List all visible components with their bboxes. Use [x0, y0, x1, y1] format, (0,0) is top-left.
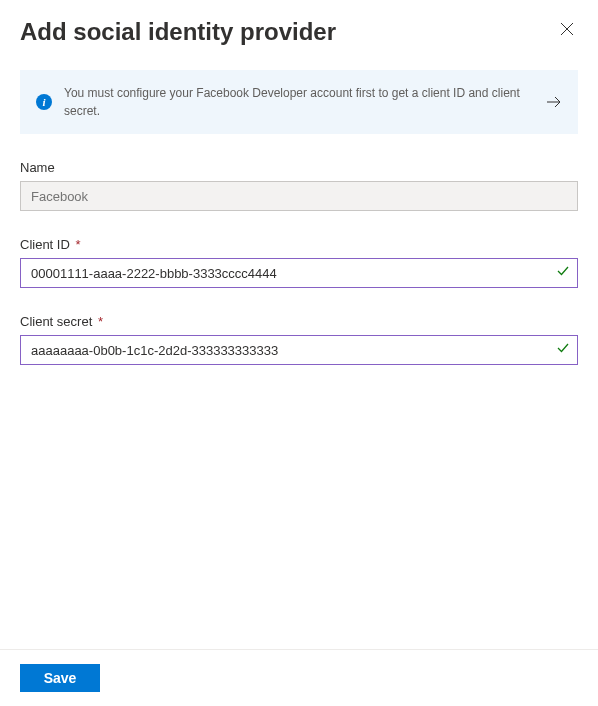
required-marker: * — [75, 237, 80, 252]
info-message: You must configure your Facebook Develop… — [64, 84, 534, 120]
footer: Save — [0, 649, 598, 706]
client-id-label: Client ID * — [20, 237, 578, 252]
close-button[interactable] — [556, 18, 578, 40]
client-secret-input[interactable] — [20, 335, 578, 365]
client-id-input[interactable] — [20, 258, 578, 288]
name-label: Name — [20, 160, 578, 175]
info-banner: i You must configure your Facebook Devel… — [20, 70, 578, 134]
arrow-right-icon — [546, 96, 562, 108]
required-marker: * — [98, 314, 103, 329]
info-arrow-button[interactable] — [546, 96, 562, 108]
page-title: Add social identity provider — [20, 18, 336, 46]
save-button[interactable]: Save — [20, 664, 100, 692]
name-input[interactable] — [20, 181, 578, 211]
client-secret-label: Client secret * — [20, 314, 578, 329]
close-icon — [560, 22, 574, 36]
info-icon: i — [36, 94, 52, 110]
